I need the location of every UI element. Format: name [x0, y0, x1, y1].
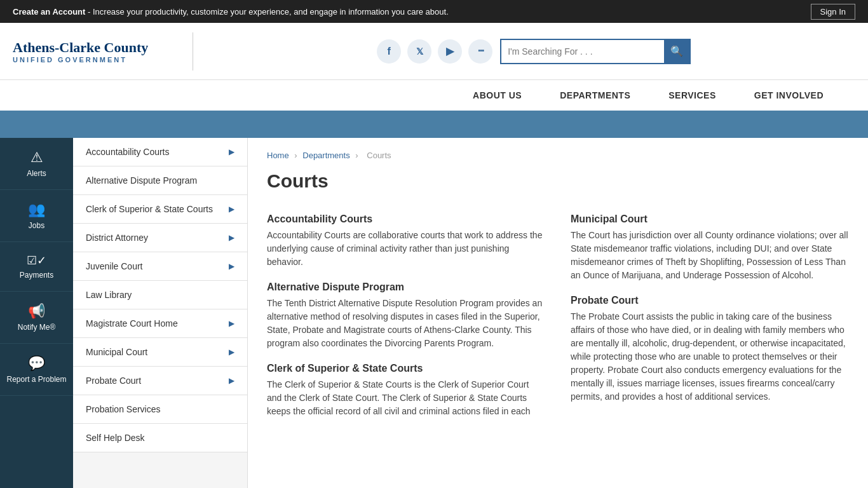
clerk-body: The Clerk of Superior & State Courts is …: [267, 378, 545, 418]
social-icons: f 𝕏 ▶ ···: [377, 39, 492, 64]
sign-in-button[interactable]: Sign In: [811, 4, 855, 20]
nav-sidebar-item-self-help-desk[interactable]: Self Help Desk: [73, 424, 247, 452]
accountability-courts-body: Accountability Courts are collaborative …: [267, 229, 545, 269]
probate-court-section: Probate Court The Probate Court assists …: [571, 295, 849, 403]
header: Athens-Clarke County UNIFIED GOVERNMENT …: [0, 23, 868, 80]
accountability-courts-title: Accountability Courts: [267, 214, 545, 225]
logo-title: Athens-Clarke County: [13, 39, 148, 56]
nav-sidebar-item-probate-court[interactable]: Probate Court ▶: [73, 367, 247, 395]
alternative-dispute-body: The Tenth District Alternative Dispute R…: [267, 297, 545, 350]
nav-sidebar-label: Magistrate Court Home: [86, 318, 178, 329]
nav-sidebar-label: Municipal Court: [86, 347, 147, 357]
facebook-icon[interactable]: f: [377, 39, 401, 64]
logo-text: Athens-Clarke County UNIFIED GOVERNMENT: [13, 39, 148, 64]
nav-sidebar: Accountability Courts ▶ Alternative Disp…: [73, 138, 248, 488]
payments-label: Payments: [20, 271, 53, 280]
clerk-section: Clerk of Superior & State Courts The Cle…: [267, 363, 545, 418]
breadcrumb-departments[interactable]: Departments: [302, 151, 349, 160]
page-title: Courts: [267, 170, 849, 198]
nav-get-involved[interactable]: GET INVOLVED: [735, 80, 843, 111]
main-nav: ABOUT US DEPARTMENTS SERVICES GET INVOLV…: [0, 80, 868, 112]
breadcrumb-home[interactable]: Home: [267, 151, 289, 160]
logo-subtitle: UNIFIED GOVERNMENT: [13, 56, 148, 64]
alerts-label: Alerts: [27, 169, 46, 178]
logo-area: Athens-Clarke County UNIFIED GOVERNMENT: [13, 39, 148, 64]
logo-divider: [193, 32, 193, 71]
nav-sidebar-label: Law Library: [86, 290, 132, 300]
arrow-icon: ▶: [229, 205, 234, 214]
arrow-icon: ▶: [229, 348, 234, 356]
arrow-icon: ▶: [229, 319, 234, 328]
top-banner-description: - Increase your productivity, customize …: [88, 7, 449, 17]
nav-sidebar-item-juvenile-court[interactable]: Juvenile Court ▶: [73, 252, 247, 281]
sidebar-item-report-problem[interactable]: 💬 Report a Problem: [0, 344, 73, 396]
payments-icon: ☑✓: [27, 254, 46, 268]
arrow-icon: ▶: [229, 376, 234, 385]
nav-sidebar-item-law-library[interactable]: Law Library: [73, 281, 247, 309]
nav-sidebar-label: Alternative Dispute Program: [86, 175, 197, 186]
nav-sidebar-item-magistrate-court[interactable]: Magistrate Court Home ▶: [73, 309, 247, 338]
nav-sidebar-label: Juvenile Court: [86, 261, 143, 271]
municipal-court-body: The Court has jurisdiction over all Coun…: [571, 229, 849, 282]
nav-sidebar-item-municipal-court[interactable]: Municipal Court ▶: [73, 338, 247, 367]
breadcrumb: Home › Departments › Courts: [267, 151, 849, 160]
nav-sidebar-item-accountability-courts[interactable]: Accountability Courts ▶: [73, 138, 247, 166]
municipal-court-title: Municipal Court: [571, 214, 849, 225]
alerts-icon: ⚠: [31, 149, 43, 166]
report-problem-icon: 💬: [28, 355, 45, 372]
report-problem-label: Report a Problem: [6, 375, 66, 384]
sidebar-item-payments[interactable]: ☑✓ Payments: [0, 242, 73, 292]
nav-sidebar-item-clerk[interactable]: Clerk of Superior & State Courts ▶: [73, 195, 247, 224]
youtube-icon[interactable]: ▶: [438, 39, 462, 64]
probate-court-title: Probate Court: [571, 295, 849, 306]
municipal-court-section: Municipal Court The Court has jurisdicti…: [571, 214, 849, 282]
top-banner-text: Create an Account - Increase your produc…: [13, 7, 811, 17]
notify-me-icon: 📢: [28, 303, 45, 320]
twitter-icon[interactable]: 𝕏: [407, 39, 431, 64]
nav-sidebar-label: Self Help Desk: [86, 433, 145, 443]
search-button[interactable]: 🔍: [664, 40, 689, 63]
jobs-label: Jobs: [29, 221, 44, 230]
notify-me-label: Notify Me®: [18, 323, 56, 332]
sidebar-item-alerts[interactable]: ⚠ Alerts: [0, 138, 73, 190]
sidebar-item-jobs[interactable]: 👥 Jobs: [0, 190, 73, 242]
main-layout: ⚠ Alerts 👥 Jobs ☑✓ Payments 📢 Notify Me®…: [0, 138, 868, 488]
hero-strip: [0, 112, 868, 138]
nav-sidebar-label: Clerk of Superior & State Courts: [86, 204, 213, 214]
alternative-dispute-section: Alternative Dispute Program The Tenth Di…: [267, 281, 545, 350]
arrow-icon: ▶: [229, 147, 234, 156]
left-column: Accountability Courts Accountability Cou…: [267, 214, 545, 431]
create-account-bold[interactable]: Create an Account: [13, 7, 85, 17]
breadcrumb-current: Courts: [367, 151, 391, 160]
jobs-icon: 👥: [28, 201, 45, 218]
nav-sidebar-label: Probation Services: [86, 404, 161, 414]
more-icon[interactable]: ···: [468, 39, 492, 64]
breadcrumb-separator-1: ›: [294, 151, 299, 160]
nav-sidebar-label: Accountability Courts: [86, 147, 170, 157]
breadcrumb-separator-2: ›: [355, 151, 360, 160]
right-column: Municipal Court The Court has jurisdicti…: [571, 214, 849, 431]
nav-about-us[interactable]: ABOUT US: [454, 80, 541, 111]
clerk-title: Clerk of Superior & State Courts: [267, 363, 545, 374]
sidebar-item-notify-me[interactable]: 📢 Notify Me®: [0, 292, 73, 344]
accountability-courts-section: Accountability Courts Accountability Cou…: [267, 214, 545, 269]
social-search-area: f 𝕏 ▶ ··· 🔍: [212, 39, 855, 64]
alternative-dispute-title: Alternative Dispute Program: [267, 281, 545, 293]
arrow-icon: ▶: [229, 262, 234, 271]
nav-sidebar-label: District Attorney: [86, 233, 148, 243]
probate-court-body: The Probate Court assists the public in …: [571, 310, 849, 403]
nav-sidebar-item-district-attorney[interactable]: District Attorney ▶: [73, 224, 247, 252]
search-box: 🔍: [500, 39, 691, 64]
top-banner: Create an Account - Increase your produc…: [0, 0, 868, 23]
nav-services[interactable]: SERVICES: [649, 80, 735, 111]
nav-sidebar-label: Probate Court: [86, 376, 141, 386]
left-sidebar: ⚠ Alerts 👥 Jobs ☑✓ Payments 📢 Notify Me®…: [0, 138, 73, 488]
content-grid: Accountability Courts Accountability Cou…: [267, 214, 849, 431]
nav-sidebar-item-probation-services[interactable]: Probation Services: [73, 395, 247, 424]
search-input[interactable]: [501, 40, 664, 63]
arrow-icon: ▶: [229, 233, 234, 242]
nav-departments[interactable]: DEPARTMENTS: [541, 80, 649, 111]
nav-sidebar-item-alternative-dispute[interactable]: Alternative Dispute Program: [73, 166, 247, 195]
content-area: Home › Departments › Courts Courts Accou…: [248, 138, 868, 488]
